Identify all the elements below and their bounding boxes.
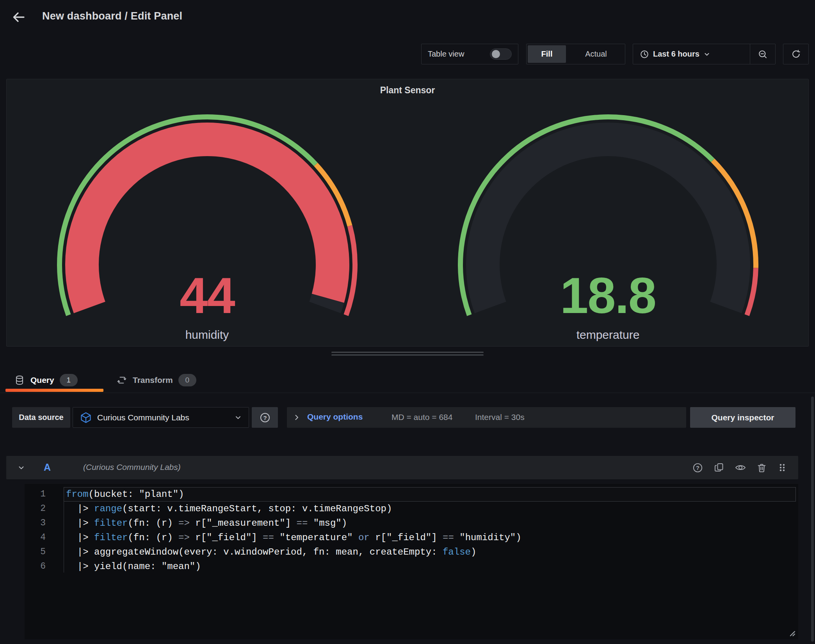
line-number: 5 xyxy=(25,545,64,559)
table-view-label: Table view xyxy=(428,50,464,59)
fill-actual-group: Fill Actual xyxy=(526,44,625,64)
flux-query-editor[interactable]: 1from(bucket: "plant")2 |> range(start: … xyxy=(25,484,798,639)
code-text: |> filter(fn: (r) => r["_measurement"] =… xyxy=(64,516,347,530)
line-number: 4 xyxy=(25,530,64,545)
datasource-help-button[interactable]: ? xyxy=(252,407,278,428)
code-lines: 1from(bucket: "plant")2 |> range(start: … xyxy=(25,487,798,574)
gauge-humidity: 44 humidity xyxy=(53,111,361,345)
code-line-5[interactable]: 5 |> aggregateWindow(every: v.windowPeri… xyxy=(25,545,798,559)
toggle-visibility-eye-icon[interactable] xyxy=(735,462,746,473)
tab-query-label: Query xyxy=(30,375,54,385)
back-arrow-icon xyxy=(11,9,27,25)
delete-query-trash-icon[interactable] xyxy=(756,463,767,473)
code-text: |> range(start: v.timeRangeStart, stop: … xyxy=(64,502,392,516)
refresh-button[interactable] xyxy=(783,44,809,64)
chevron-down-icon xyxy=(235,414,242,421)
chevron-right-icon[interactable] xyxy=(293,414,301,421)
actual-button[interactable]: Actual xyxy=(568,45,624,63)
query-options-bar: Query options MD = auto = 684 Interval =… xyxy=(287,407,686,428)
gauge-value: 44 xyxy=(53,270,361,321)
interval-value: Interval = 30s xyxy=(475,413,525,422)
database-icon xyxy=(14,375,25,386)
query-row-a-header[interactable]: A (Curious Community Labs) ? xyxy=(6,456,798,479)
code-text: |> aggregateWindow(every: v.windowPeriod… xyxy=(64,545,476,559)
data-source-label: Data source xyxy=(12,407,70,428)
time-range-picker[interactable]: Last 6 hours xyxy=(633,44,750,64)
code-line-1[interactable]: 1from(bucket: "plant") xyxy=(25,487,798,502)
code-text: |> yield(name: "mean") xyxy=(64,559,201,574)
code-line-2[interactable]: 2 |> range(start: v.timeRangeStart, stop… xyxy=(25,502,798,516)
help-circle-icon: ? xyxy=(259,412,271,423)
tabs-divider xyxy=(0,393,815,393)
line-number: 1 xyxy=(25,487,64,502)
duplicate-query-icon[interactable] xyxy=(714,462,724,473)
table-view-group: Table view xyxy=(421,44,518,64)
gauges-row: 44 humidity 18.8 temperature xyxy=(7,111,808,345)
line-number: 2 xyxy=(25,502,64,516)
query-options-link[interactable]: Query options xyxy=(307,412,363,422)
query-datasource-hint: (Curious Community Labs) xyxy=(83,463,181,472)
back-button[interactable] xyxy=(9,8,28,27)
line-number: 3 xyxy=(25,516,64,530)
table-view-toggle[interactable] xyxy=(490,48,512,60)
gauge-label: temperature xyxy=(454,328,762,342)
panel-plant-sensor: Plant Sensor 44 humidity 18.8 temperatur… xyxy=(6,79,809,347)
tab-transform-label: Transform xyxy=(133,375,173,385)
panel-title: Plant Sensor xyxy=(7,83,808,97)
tab-transform-count-badge: 0 xyxy=(178,374,196,386)
data-source-picker[interactable]: Curious Community Labs xyxy=(73,407,249,428)
data-source-name: Curious Community Labs xyxy=(97,413,229,422)
query-inspector-button[interactable]: Query inspector xyxy=(690,407,795,428)
tab-transform[interactable]: Transform 0 xyxy=(116,372,196,389)
fill-button[interactable]: Fill xyxy=(528,45,566,63)
active-tab-underline xyxy=(5,389,103,392)
query-help-icon[interactable]: ? xyxy=(692,462,703,473)
transform-icon xyxy=(116,375,127,386)
pane-splitter-handle-2[interactable] xyxy=(331,354,484,356)
refresh-icon xyxy=(791,49,801,59)
svg-text:?: ? xyxy=(263,414,267,421)
max-data-points-value: MD = auto = 684 xyxy=(391,413,452,422)
zoom-out-icon xyxy=(758,50,767,59)
code-line-6[interactable]: 6 |> yield(name: "mean") xyxy=(25,559,798,574)
tab-query-count-badge: 1 xyxy=(60,374,78,386)
clock-icon xyxy=(640,50,649,59)
toggle-knob xyxy=(492,50,500,58)
line-number: 6 xyxy=(25,559,64,574)
datasource-logo-icon xyxy=(80,412,92,423)
editor-resize-handle-icon[interactable] xyxy=(787,628,796,637)
gauge-label: humidity xyxy=(53,328,361,342)
scrollbar-thumb[interactable] xyxy=(811,397,814,642)
query-ref-id: A xyxy=(44,462,51,473)
pane-splitter-handle[interactable] xyxy=(331,352,484,353)
code-text: |> filter(fn: (r) => r["_field"] == "tem… xyxy=(64,530,521,545)
gauge-value: 18.8 xyxy=(454,270,762,321)
page-title: New dashboard / Edit Panel xyxy=(42,10,182,22)
drag-handle-grip-icon[interactable] xyxy=(777,463,787,473)
grafana-edit-panel: New dashboard / Edit Panel Table view Fi… xyxy=(0,0,815,644)
code-text: from(bucket: "plant") xyxy=(64,487,184,502)
time-range-label: Last 6 hours xyxy=(653,50,699,59)
time-picker-group: Last 6 hours xyxy=(633,44,776,64)
zoom-out-button[interactable] xyxy=(750,44,775,64)
tab-query[interactable]: Query 1 xyxy=(14,372,78,389)
chevron-down-icon xyxy=(704,51,710,57)
collapse-chevron-icon[interactable] xyxy=(18,464,25,471)
gauge-temperature: 18.8 temperature xyxy=(454,111,762,345)
code-line-3[interactable]: 3 |> filter(fn: (r) => r["_measurement"]… xyxy=(25,516,798,530)
svg-text:?: ? xyxy=(696,464,699,471)
code-line-4[interactable]: 4 |> filter(fn: (r) => r["_field"] == "t… xyxy=(25,530,798,545)
